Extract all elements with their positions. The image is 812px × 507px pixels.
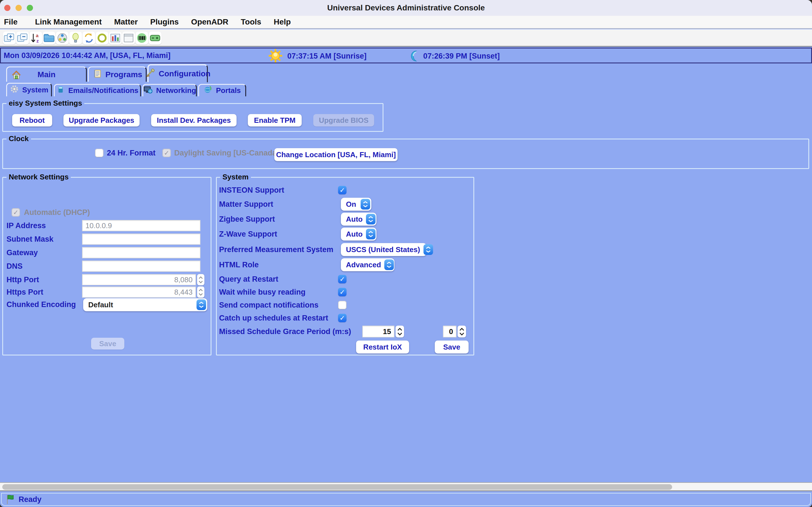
chevron-up-down-icon xyxy=(366,229,375,239)
https-port-field[interactable]: 8,443 xyxy=(82,286,196,298)
ip-address-label: IP Address xyxy=(6,220,46,231)
chevron-up-down-icon xyxy=(384,260,394,270)
tab-emails-label: Emails/Notifications xyxy=(68,86,139,95)
24hr-format-checkbox[interactable] xyxy=(95,149,103,157)
zigbee-support-select[interactable]: Auto xyxy=(341,213,376,226)
menu-tools[interactable]: Tools xyxy=(241,17,261,26)
sort-az-icon[interactable]: az xyxy=(29,32,42,45)
matter-support-value: On xyxy=(346,200,357,209)
daylight-saving-label: Daylight Saving [US-Canada] xyxy=(174,147,279,159)
bar-chart-icon[interactable] xyxy=(109,32,122,45)
window-title: Universal Devices Administrative Console xyxy=(0,0,812,16)
ip-address-field[interactable]: 10.0.0.9 xyxy=(82,220,200,231)
http-port-stepper[interactable] xyxy=(197,274,204,285)
svg-text:z: z xyxy=(36,38,39,44)
svg-text:a: a xyxy=(36,33,39,38)
tab-configuration-label: Configuration xyxy=(159,69,211,78)
compact-notifications-checkbox[interactable] xyxy=(338,301,347,309)
tab-programs-label: Programs xyxy=(105,70,142,79)
insteon-support-label: INSTEON Support xyxy=(219,184,284,196)
menubar: File Link Management Matter Plugins Open… xyxy=(0,16,812,29)
dhcp-label: Automatic (DHCP) xyxy=(24,207,90,218)
zigbee-support-value: Auto xyxy=(346,215,363,224)
tab-portals-label: Portals xyxy=(216,86,241,95)
system-group: System INSTEON Support Matter Support On… xyxy=(216,177,474,355)
menu-matter[interactable]: Matter xyxy=(114,17,138,26)
tab-programs[interactable]: Programs xyxy=(88,66,147,82)
grace-minutes-stepper[interactable] xyxy=(396,326,404,337)
wait-busy-checkbox[interactable] xyxy=(338,288,347,296)
gateway-field[interactable] xyxy=(82,247,200,258)
zwave-support-select[interactable]: Auto xyxy=(341,228,376,240)
status-bar: Ready xyxy=(1,493,811,506)
network-save-button: Save xyxy=(91,338,124,349)
matter-support-select[interactable]: On xyxy=(341,198,371,211)
subnet-mask-field[interactable] xyxy=(82,233,200,245)
upgrade-packages-button[interactable]: Upgrade Packages xyxy=(63,114,140,126)
dns-field[interactable] xyxy=(82,261,200,272)
system-save-button[interactable]: Save xyxy=(435,341,469,353)
grace-seconds-field[interactable]: 0 xyxy=(443,326,456,337)
sunset-icon xyxy=(408,50,420,63)
sync-icon[interactable] xyxy=(82,32,95,45)
subnet-mask-label: Subnet Mask xyxy=(6,233,54,245)
https-port-stepper[interactable] xyxy=(197,286,204,298)
chunked-encoding-value: Default xyxy=(88,300,193,309)
http-port-field[interactable]: 8,080 xyxy=(82,274,196,285)
measurement-system-select[interactable]: USCS (United States) xyxy=(341,243,426,256)
menu-openadr[interactable]: OpenADR xyxy=(191,17,229,26)
menu-help[interactable]: Help xyxy=(274,17,291,26)
remove-window-icon[interactable] xyxy=(16,32,29,45)
tab-portals[interactable]: Portals xyxy=(198,84,246,96)
reboot-button[interactable]: Reboot xyxy=(12,114,52,126)
insteon-support-checkbox[interactable] xyxy=(338,186,347,194)
menu-link-management[interactable]: Link Management xyxy=(35,17,101,26)
network-nodes-icon[interactable] xyxy=(56,32,69,45)
chunked-encoding-select[interactable]: Default xyxy=(83,298,207,311)
zigbee-support-label: Zigbee Support xyxy=(219,214,275,225)
measurement-system-value: USCS (United States) xyxy=(346,245,420,254)
install-dev-packages-button[interactable]: Install Dev. Packages xyxy=(151,114,237,126)
battery-icon[interactable] xyxy=(149,32,161,45)
grace-seconds-stepper[interactable] xyxy=(458,326,466,337)
tab-main[interactable]: Main xyxy=(6,66,87,82)
sunrise-icon xyxy=(267,48,283,65)
compact-notifications-label: Send compact notifications xyxy=(219,299,319,311)
change-location-button[interactable]: Change Location [USA, FL, Miami] xyxy=(274,148,398,161)
horizontal-scrollbar-track[interactable] xyxy=(0,482,812,491)
datetime-bar: Mon 03/09/2026 10:44:42 AM, [USA, FL, Mi… xyxy=(0,48,812,63)
binary-device-icon[interactable] xyxy=(135,32,148,45)
status-text: Ready xyxy=(18,495,42,504)
http-port-label: Http Port xyxy=(6,274,39,285)
eisy-system-settings-group: eisy System Settings Reboot Upgrade Pack… xyxy=(2,103,384,132)
window-frame-icon[interactable] xyxy=(122,32,135,45)
gateway-label: Gateway xyxy=(6,247,38,258)
daylight-saving-checkbox xyxy=(162,149,171,157)
folder-icon[interactable] xyxy=(43,32,56,45)
lightbulb-icon[interactable] xyxy=(69,32,82,45)
horizontal-scrollbar-thumb[interactable] xyxy=(2,484,672,490)
catchup-schedules-checkbox[interactable] xyxy=(338,314,347,322)
html-role-select[interactable]: Advanced xyxy=(341,258,395,271)
chunked-encoding-label: Chunked Encoding xyxy=(6,299,76,310)
tab-configuration[interactable]: Configuration xyxy=(147,64,208,82)
tab-networking[interactable]: Networking xyxy=(142,84,197,96)
system-group-title: System xyxy=(220,173,251,181)
restart-iox-button[interactable]: Restart IoX xyxy=(356,341,409,353)
html-role-label: HTML Role xyxy=(219,259,259,270)
dns-label: DNS xyxy=(6,261,22,272)
menu-file[interactable]: File xyxy=(4,17,17,26)
grace-minutes-field[interactable]: 15 xyxy=(362,326,395,337)
event-ring-icon[interactable] xyxy=(96,32,109,45)
menu-plugins[interactable]: Plugins xyxy=(150,17,179,26)
tab-networking-label: Networking xyxy=(156,86,196,95)
query-at-restart-checkbox[interactable] xyxy=(338,275,347,283)
tab-emails-notifications[interactable]: Emails/Notifications xyxy=(54,84,141,96)
tab-system-label: System xyxy=(22,86,49,94)
clock-group: Clock 24 Hr. Format Daylight Saving [US-… xyxy=(2,138,809,169)
tab-system[interactable]: System xyxy=(6,83,52,96)
enable-tpm-button[interactable]: Enable TPM xyxy=(248,114,302,126)
chevron-up-down-icon xyxy=(366,214,375,224)
catchup-schedules-label: Catch up schedules at Restart xyxy=(219,313,328,324)
add-window-icon[interactable] xyxy=(3,32,16,45)
